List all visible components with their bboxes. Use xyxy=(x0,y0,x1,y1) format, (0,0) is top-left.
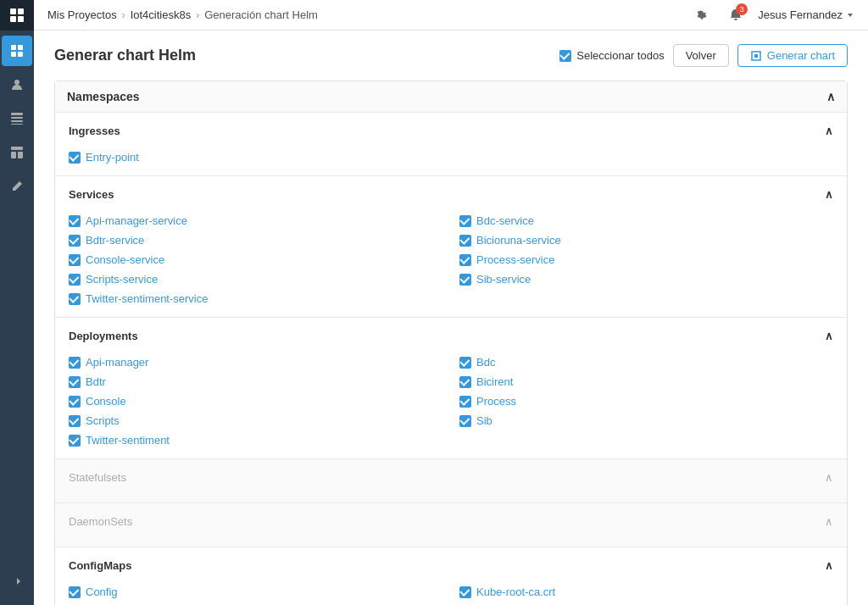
breadcrumb-home[interactable]: Mis Proyectos xyxy=(47,8,117,21)
checkbox-process[interactable] xyxy=(459,396,471,408)
checkbox-bdtr-service[interactable] xyxy=(69,235,81,247)
checkbox-bdtr[interactable] xyxy=(69,376,81,388)
services-items: Api-manager-service Bdc-service Bdtr-ser… xyxy=(69,211,833,308)
checkbox-scripts-service[interactable] xyxy=(69,274,81,286)
item-twitter-sentiment[interactable]: Twitter-sentiment xyxy=(86,434,170,447)
item-bicioruna-service[interactable]: Bicioruna-service xyxy=(476,234,561,247)
checkbox-config[interactable] xyxy=(69,586,81,598)
checkbox-twitter-sentiment-service[interactable] xyxy=(69,293,81,305)
statefulsets-label: Statefulsets xyxy=(69,471,126,484)
item-kube-root-ca[interactable]: Kube-root-ca.crt xyxy=(476,586,555,598)
checkbox-sib[interactable] xyxy=(459,415,471,427)
checkbox-kube-root-ca[interactable] xyxy=(459,586,471,598)
list-item[interactable]: Scripts xyxy=(69,413,442,429)
list-item[interactable]: Api-manager-service xyxy=(69,213,442,229)
sidebar-item-table[interactable] xyxy=(2,103,32,134)
list-item[interactable]: Scripts-service xyxy=(69,271,442,287)
back-button[interactable]: Volver xyxy=(673,44,729,67)
configmaps-chevron: ∧ xyxy=(825,559,833,572)
list-item[interactable]: Bicioruna-service xyxy=(459,232,833,248)
item-console[interactable]: Console xyxy=(86,395,126,408)
item-api-manager-service[interactable]: Api-manager-service xyxy=(86,214,187,227)
services-chevron: ∧ xyxy=(825,188,833,201)
ingresses-label: Ingresses xyxy=(69,125,120,137)
checkbox-bicirent[interactable] xyxy=(459,376,471,388)
checkbox-twitter-sentiment[interactable] xyxy=(69,435,81,447)
ingresses-chevron: ∧ xyxy=(825,125,833,137)
sidebar-item-expand[interactable] xyxy=(2,566,32,597)
ingresses-items: Entry-point xyxy=(69,147,833,167)
item-api-manager[interactable]: Api-manager xyxy=(86,356,148,369)
list-item[interactable]: Process-service xyxy=(459,252,833,268)
item-sib[interactable]: Sib xyxy=(476,414,492,427)
list-item[interactable]: Twitter-sentiment xyxy=(69,432,442,448)
select-all-label[interactable]: Seleccionar todos xyxy=(559,49,664,62)
sidebar-item-grid[interactable] xyxy=(2,36,32,66)
namespaces-header[interactable]: Namespaces ∧ xyxy=(55,81,847,113)
item-sib-service[interactable]: Sib-service xyxy=(476,273,531,286)
checkbox-bicioruna-service[interactable] xyxy=(459,235,471,247)
breadcrumb-project[interactable]: Iot4citiesk8s xyxy=(131,8,192,21)
list-item[interactable]: Twitter-sentiment-service xyxy=(69,291,442,307)
sidebar-item-layout[interactable] xyxy=(2,137,32,168)
list-item[interactable]: Process xyxy=(459,393,833,409)
item-process-service[interactable]: Process-service xyxy=(476,253,554,266)
sidebar-item-edit[interactable] xyxy=(2,171,32,202)
breadcrumb-current: Generación chart Helm xyxy=(204,8,318,21)
statefulsets-header[interactable]: Statefulsets ∧ xyxy=(69,468,833,487)
list-item[interactable]: Bdtr xyxy=(69,374,442,390)
daemonsets-header[interactable]: DaemonSets ∧ xyxy=(69,512,833,531)
item-twitter-sentiment-service[interactable]: Twitter-sentiment-service xyxy=(86,292,208,305)
user-menu[interactable]: Jesus Fernandez xyxy=(758,8,854,21)
item-bicirent[interactable]: Bicirent xyxy=(476,375,513,388)
list-item[interactable]: Bdtr-service xyxy=(69,232,442,248)
list-item[interactable]: Entry-point xyxy=(69,149,442,165)
user-name: Jesus Fernandez xyxy=(758,8,843,21)
item-scripts-service[interactable]: Scripts-service xyxy=(86,273,158,286)
checkbox-sib-service[interactable] xyxy=(459,274,471,286)
item-bdc[interactable]: Bdc xyxy=(476,356,495,369)
list-item[interactable]: Kube-root-ca.crt xyxy=(459,584,833,600)
checkbox-api-manager[interactable] xyxy=(69,357,81,369)
list-item[interactable]: Bicirent xyxy=(459,374,833,390)
list-item[interactable]: Console xyxy=(69,393,442,409)
configmaps-header[interactable]: ConfigMaps ∧ xyxy=(69,556,833,575)
checkbox-bdc-service[interactable] xyxy=(459,215,471,227)
notifications-icon-btn[interactable]: 3 xyxy=(724,3,748,27)
checkbox-process-service[interactable] xyxy=(459,254,471,266)
checkbox-bdc[interactable] xyxy=(459,357,471,369)
select-all-checkbox[interactable] xyxy=(559,50,571,62)
checkbox-console-service[interactable] xyxy=(69,254,81,266)
item-console-service[interactable]: Console-service xyxy=(86,253,164,266)
generate-button[interactable]: Generar chart xyxy=(737,44,848,67)
checkbox-api-manager-service[interactable] xyxy=(69,215,81,227)
page-title: Generar chart Helm xyxy=(54,47,196,64)
list-item[interactable]: Sib-service xyxy=(459,271,833,287)
deployments-header[interactable]: Deployments ∧ xyxy=(69,326,833,346)
item-bdtr[interactable]: Bdtr xyxy=(86,375,106,388)
svg-rect-15 xyxy=(18,152,23,158)
ingresses-header[interactable]: Ingresses ∧ xyxy=(69,121,833,141)
item-process[interactable]: Process xyxy=(476,395,516,408)
item-entry-point[interactable]: Entry-point xyxy=(86,151,139,164)
list-item[interactable]: Api-manager xyxy=(69,354,442,370)
item-config[interactable]: Config xyxy=(86,586,118,598)
page-header: Generar chart Helm Seleccionar todos Vol… xyxy=(54,44,848,67)
list-item[interactable]: Console-service xyxy=(69,252,442,268)
daemonsets-chevron: ∧ xyxy=(825,515,833,528)
list-item[interactable]: Sib xyxy=(459,413,833,429)
list-item[interactable]: Bdc xyxy=(459,354,833,370)
services-header[interactable]: Services ∧ xyxy=(69,185,833,204)
main-container: Mis Proyectos › Iot4citiesk8s › Generaci… xyxy=(34,0,868,605)
item-bdc-service[interactable]: Bdc-service xyxy=(476,214,534,227)
settings-icon-btn[interactable] xyxy=(690,3,714,27)
list-item[interactable]: Bdc-service xyxy=(459,213,833,229)
item-bdtr-service[interactable]: Bdtr-service xyxy=(86,234,144,247)
svg-rect-2 xyxy=(10,16,16,22)
checkbox-scripts[interactable] xyxy=(69,415,81,427)
checkbox-console[interactable] xyxy=(69,396,81,408)
list-item[interactable]: Config xyxy=(69,584,442,600)
sidebar-item-user[interactable] xyxy=(2,69,32,100)
item-scripts[interactable]: Scripts xyxy=(86,414,120,427)
checkbox-entry-point[interactable] xyxy=(69,152,81,164)
